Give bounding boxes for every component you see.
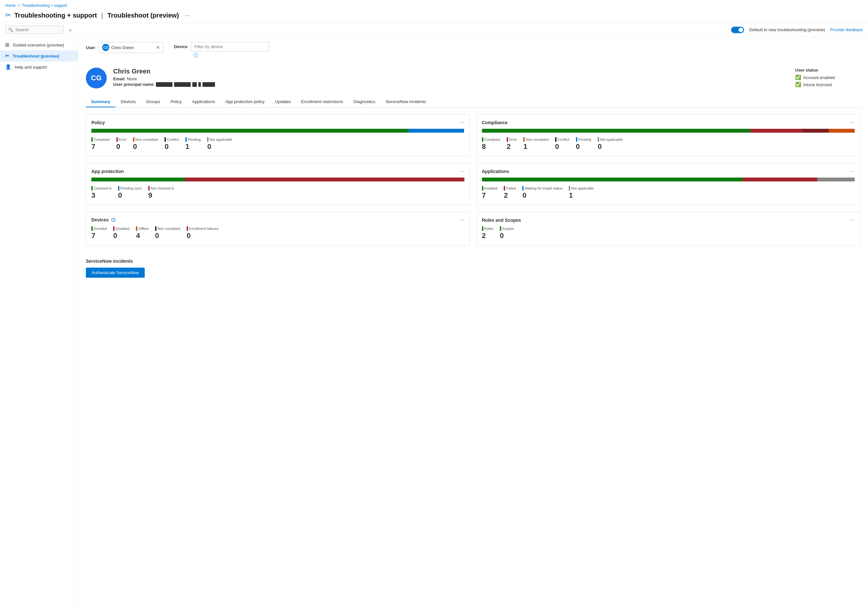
applications-bar-failed bbox=[743, 178, 817, 181]
tab-diagnostics[interactable]: Diagnostics bbox=[348, 96, 380, 107]
compliance-stat-na: Not applicable 0 bbox=[598, 137, 623, 151]
policy-stat-na: Not applicable 0 bbox=[207, 137, 232, 151]
devices-card-header: Devices ⓘ ··· bbox=[91, 217, 464, 223]
tab-applications[interactable]: Applications bbox=[187, 96, 220, 107]
scopes-indicator bbox=[500, 226, 501, 231]
applications-failed-indicator bbox=[504, 186, 505, 191]
compliance-conflict-value: 0 bbox=[555, 143, 569, 151]
user-filter-group: User CG Chris Green ✕ bbox=[86, 42, 164, 53]
applications-waiting-value: 0 bbox=[522, 191, 562, 200]
header-more-button[interactable]: ··· bbox=[185, 12, 190, 19]
default-toggle[interactable] bbox=[731, 27, 744, 33]
applications-na-indicator bbox=[569, 186, 570, 191]
search-input[interactable] bbox=[15, 27, 57, 32]
devices-card-title: Devices bbox=[91, 217, 108, 222]
devices-stat-failures: Enrollment failures 0 bbox=[187, 226, 219, 240]
user-chip-name: Chris Green bbox=[111, 45, 154, 50]
sidebar: ⊞ Guided scenarios (preview) ✂ Troublesh… bbox=[0, 37, 78, 611]
sidebar-item-guided[interactable]: ⊞ Guided scenarios (preview) bbox=[0, 39, 78, 50]
user-chip-close-button[interactable]: ✕ bbox=[156, 45, 160, 50]
roles-scopes-card-more-button[interactable]: ··· bbox=[851, 217, 855, 223]
wrench-icon: ✂ bbox=[5, 11, 11, 20]
compliance-stat-error: Error 2 bbox=[507, 137, 517, 151]
applications-stat-installed: Installed 7 bbox=[482, 186, 498, 200]
app-protection-checkedin-value: 3 bbox=[91, 191, 112, 200]
compliance-na-value: 0 bbox=[598, 143, 623, 151]
devices-card-info-icon[interactable]: ⓘ bbox=[111, 217, 115, 222]
tab-updates[interactable]: Updates bbox=[270, 96, 296, 107]
sidebar-item-troubleshoot-label: Troubleshoot (preview) bbox=[13, 54, 59, 59]
device-filter-input[interactable] bbox=[191, 42, 269, 51]
policy-error-indicator bbox=[116, 137, 118, 142]
applications-stat-failed: Failed 2 bbox=[504, 186, 516, 200]
compliance-pending-value: 0 bbox=[576, 143, 591, 151]
app-protection-bar-chart bbox=[91, 178, 464, 181]
policy-error-value: 0 bbox=[116, 143, 127, 151]
compliance-stat-noncompliant: Non compliant 1 bbox=[523, 137, 548, 151]
policy-pending-value: 1 bbox=[185, 143, 201, 151]
search-box[interactable]: 🔍 bbox=[5, 26, 64, 34]
collapse-sidebar-button[interactable]: « bbox=[69, 27, 71, 33]
compliance-bar-compliant bbox=[482, 129, 750, 133]
policy-card-header: Policy ··· bbox=[91, 119, 464, 126]
app-protection-checkedin-indicator bbox=[91, 186, 93, 191]
app-protection-pending-indicator bbox=[118, 186, 119, 191]
policy-noncompliant-indicator bbox=[133, 137, 134, 142]
tab-app-protection[interactable]: App protection policy bbox=[220, 96, 270, 107]
intune-licensed-icon: ✅ bbox=[795, 82, 801, 87]
devices-stats-row: Enrolled 7 Disabled 0 Offline 4 Non comp… bbox=[91, 226, 464, 240]
provide-feedback-link[interactable]: Provide feedback bbox=[830, 27, 863, 32]
devices-offline-value: 4 bbox=[136, 231, 149, 240]
compliance-card-more-button[interactable]: ··· bbox=[851, 119, 855, 126]
policy-bar-pending bbox=[408, 129, 464, 133]
account-enabled-label: Account enabled bbox=[803, 75, 835, 80]
compliance-card-title: Compliance bbox=[482, 120, 508, 125]
policy-card-more-button[interactable]: ··· bbox=[460, 119, 464, 126]
devices-card-more-button[interactable]: ··· bbox=[460, 217, 464, 223]
roles-scopes-card-title: Roles and Scopes bbox=[482, 217, 521, 223]
applications-stat-waiting: Waiting for install status 0 bbox=[522, 186, 562, 200]
policy-stat-pending: Pending 1 bbox=[185, 137, 201, 151]
applications-bar-chart bbox=[482, 178, 855, 181]
compliance-stat-compliant: Compliant 8 bbox=[482, 137, 501, 151]
tab-summary[interactable]: Summary bbox=[86, 96, 115, 107]
applications-failed-value: 2 bbox=[504, 191, 516, 200]
policy-compliant-value: 7 bbox=[91, 143, 110, 151]
user-email: Email: None bbox=[113, 76, 215, 81]
device-info-icon[interactable]: ⓘ bbox=[194, 53, 198, 58]
applications-card-title: Applications bbox=[482, 169, 509, 174]
app-protection-bar-notcheckedin bbox=[185, 178, 464, 181]
policy-na-indicator bbox=[207, 137, 208, 142]
tab-devices[interactable]: Devices bbox=[115, 96, 141, 107]
breadcrumb: Home > Troubleshooting + support bbox=[0, 0, 868, 9]
breadcrumb-home[interactable]: Home bbox=[5, 3, 16, 8]
tab-policy[interactable]: Policy bbox=[165, 96, 187, 107]
layout: ⊞ Guided scenarios (preview) ✂ Troublesh… bbox=[0, 37, 868, 611]
tab-servicenow[interactable]: ServiceNow incidents bbox=[380, 96, 431, 107]
compliance-bar-error bbox=[750, 129, 803, 133]
sidebar-item-troubleshoot[interactable]: ✂ Troubleshoot (preview) bbox=[0, 50, 78, 62]
main-content: User CG Chris Green ✕ Device ⓘ CG bbox=[78, 37, 868, 611]
policy-conflict-value: 0 bbox=[164, 143, 179, 151]
devices-noncompliant-indicator bbox=[155, 226, 157, 231]
top-bar-right: Default to new troubleshooting (preview)… bbox=[731, 27, 863, 33]
policy-noncompliant-value: 0 bbox=[133, 143, 158, 151]
devices-stat-offline: Offline 4 bbox=[136, 226, 149, 240]
devices-enrolled-indicator bbox=[91, 226, 93, 231]
account-enabled-icon: ✅ bbox=[795, 74, 801, 80]
user-upn: User principal name: ████████ ████████ █… bbox=[113, 82, 215, 87]
app-protection-notcheckedin-value: 9 bbox=[148, 191, 174, 200]
applications-bar-na bbox=[817, 178, 855, 181]
tab-groups[interactable]: Groups bbox=[141, 96, 166, 107]
policy-stats-row: Compliant 7 Error 0 Non compliant 0 Conf… bbox=[91, 137, 464, 151]
sidebar-item-help[interactable]: 👤 Help and support bbox=[0, 62, 78, 73]
authenticate-servicenow-button[interactable]: Authenticate ServiceNow bbox=[86, 268, 145, 278]
app-protection-stat-notcheckedin: Not checked in 9 bbox=[148, 186, 174, 200]
roles-value: 2 bbox=[482, 231, 493, 240]
tab-enrollment[interactable]: Enrollment restrictions bbox=[296, 96, 348, 107]
app-protection-card-more-button[interactable]: ··· bbox=[460, 168, 464, 174]
servicenow-section: ServiceNow incidents Authenticate Servic… bbox=[86, 259, 860, 278]
applications-installed-value: 7 bbox=[482, 191, 498, 200]
compliance-stat-pending: Pending 0 bbox=[576, 137, 591, 151]
applications-card-more-button[interactable]: ··· bbox=[851, 168, 855, 174]
